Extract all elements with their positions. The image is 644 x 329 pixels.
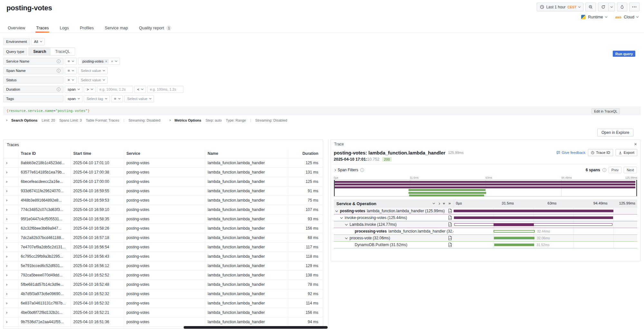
tags-key-select[interactable]: Select tag (84, 95, 110, 102)
collapse-all-icon[interactable] (443, 203, 445, 204)
column-header-trace-id[interactable]: Trace ID (18, 149, 71, 158)
trace-id-link[interactable]: 2dff71f6a268efe39613f... (18, 326, 71, 329)
close-icon[interactable]: × (634, 142, 637, 146)
more-options-button[interactable] (629, 3, 640, 11)
duration-lt-operator[interactable]: < (134, 86, 146, 93)
duration-max-input[interactable] (147, 86, 183, 93)
row-expander-icon[interactable]: › (4, 298, 18, 308)
span-duration-bar[interactable] (454, 210, 613, 212)
table-row[interactable]: ›7e4707ef9a2db5c2d131...2025-04-10 16:56… (4, 242, 323, 252)
row-expander-icon[interactable]: › (4, 214, 18, 224)
runtime-selector[interactable]: Runtime (581, 15, 607, 19)
span-collapse-icon[interactable] (340, 216, 343, 219)
expand-all-icon[interactable] (448, 203, 450, 204)
service-name-operator[interactable]: = (65, 58, 77, 65)
trace-id-link[interactable]: 95f1e0447c4cf505531... (18, 214, 71, 224)
trace-id-link[interactable]: 5e791bcced6c52df831... (18, 261, 71, 270)
span-collapse-icon[interactable] (345, 236, 348, 239)
table-row[interactable]: ›4f48b3e891664892e8...2025-04-10 16:59:5… (4, 195, 323, 205)
time-range-picker[interactable]: Last 1 hour CEST (537, 3, 583, 11)
chevron-right-icon[interactable] (169, 119, 171, 121)
next-span-button[interactable]: Next (624, 167, 637, 173)
row-expander-icon[interactable]: › (4, 252, 18, 261)
cloud-selector[interactable]: aws Cloud (615, 15, 638, 19)
tab-logs[interactable]: Logs (59, 23, 69, 33)
trace-id-link[interactable]: 774c34852c07c3d63f3... (18, 205, 71, 214)
span-logs-icon[interactable]: LOG (448, 236, 454, 240)
row-expander-icon[interactable]: › (4, 205, 18, 214)
row-expander-icon[interactable]: › (4, 289, 18, 298)
trace-id-link[interactable]: 7dc2a82b37bcd461188... (18, 233, 71, 242)
span-duration-bar[interactable] (454, 223, 612, 226)
trace-id-link[interactable]: 4be0bd6f72f8d132b2c... (18, 308, 71, 317)
chip-remove-icon[interactable]: × (105, 60, 107, 63)
row-expander-icon[interactable]: › (4, 326, 18, 329)
status-operator[interactable]: = (65, 76, 77, 84)
span-row[interactable]: processing-voteslambda_function.lambda_h… (334, 228, 637, 235)
tags-value-select[interactable]: Select value (124, 95, 154, 102)
run-query-button[interactable]: Run query (613, 51, 635, 57)
row-expander-icon[interactable]: › (4, 233, 18, 242)
edit-in-traceql-button[interactable]: Edit in TraceQL (591, 108, 620, 114)
horizontal-scrollbar[interactable] (184, 326, 328, 329)
row-expander-icon[interactable]: › (4, 317, 18, 326)
tab-quality-report[interactable]: Quality report1 (138, 23, 172, 33)
tab-service-map[interactable]: Service map (104, 23, 129, 33)
duration-gt-operator[interactable]: > (84, 86, 96, 93)
duration-min-input[interactable] (97, 86, 133, 93)
zoom-out-button[interactable] (585, 3, 596, 11)
trace-id-link[interactable]: 4b7d5f3a973c6e09690... (18, 289, 71, 298)
refresh-button[interactable] (598, 3, 609, 11)
duration-scope-select[interactable]: span (65, 86, 82, 93)
trace-minimap[interactable]: 0μs31.5ms63ms94.49ms125.99ms (334, 176, 637, 196)
trace-id-button[interactable]: Trace ID (588, 149, 613, 156)
span-duration-bar[interactable] (494, 230, 535, 233)
open-in-explore-button[interactable]: Open in Explore (597, 129, 633, 136)
clear-icon[interactable]: × (111, 60, 113, 63)
query-type-traceql[interactable]: TraceQL (51, 48, 74, 55)
row-expander-icon[interactable]: › (4, 308, 18, 317)
tab-traces[interactable]: Traces (35, 23, 49, 33)
table-row[interactable]: ›9b7536d71e2aa441f55...2025-04-10 16:51:… (4, 317, 323, 326)
trace-id-link[interactable]: 63577e614185b1ea79b... (18, 167, 71, 177)
service-name-value[interactable]: posting-votes × × (78, 58, 120, 65)
table-row[interactable]: ›792ca5beee070d49dd...2025-04-10 16:52:5… (4, 270, 323, 280)
table-row[interactable]: ›62c32f6bee3b69a947...2025-04-10 16:58:2… (4, 224, 323, 233)
column-header-start-time[interactable]: Start time (71, 149, 124, 158)
row-expander-icon[interactable]: › (4, 158, 18, 167)
chevron-right-icon[interactable] (5, 119, 7, 121)
table-row[interactable]: ›6c795cc29fb9a3b2295...2025-04-10 16:56:… (4, 252, 323, 261)
prev-span-button[interactable]: Prev (609, 167, 622, 173)
row-expander-icon[interactable]: › (4, 242, 18, 252)
span-logs-icon[interactable]: LOG (448, 209, 454, 213)
span-logs-icon[interactable]: LOG (448, 215, 454, 220)
table-row[interactable]: ›6becefeacdeecc2a16e...2025-04-10 17:00:… (4, 177, 323, 186)
table-row[interactable]: ›8abbb3e218b1c4523dd...2025-04-10 17:01:… (4, 158, 323, 167)
span-row[interactable]: Lambda.Invoke (124.77ms)LOG (334, 221, 637, 228)
trace-id-link[interactable]: 6becefeacdeecc2a16e... (18, 177, 71, 186)
row-expander-icon[interactable]: › (4, 270, 18, 280)
status-value[interactable]: Select value (78, 76, 108, 84)
trace-id-link[interactable]: 4f48b3e891664892e8... (18, 195, 71, 205)
trace-id-link[interactable]: 5fbe681dd57b14c3d9e... (18, 280, 71, 289)
row-expander-icon[interactable]: › (4, 167, 18, 177)
trace-id-link[interactable]: 6c795cc29fb9a3b2295... (18, 252, 71, 261)
minimap-left-handle[interactable] (334, 180, 335, 196)
table-row[interactable]: ›7dc2a82b37bcd461188...2025-04-10 16:57:… (4, 233, 323, 242)
row-expander-icon[interactable]: › (4, 224, 18, 233)
column-header-service[interactable]: Service (124, 149, 205, 158)
metrics-options-title[interactable]: Metrics Options (175, 118, 201, 122)
trace-id-link[interactable]: 62c32f6bee3b69a947... (18, 224, 71, 233)
span-collapse-icon[interactable] (335, 209, 338, 212)
column-header-duration[interactable]: Duration (288, 149, 323, 158)
table-row[interactable]: ›933d67411fe29624070...2025-04-10 16:59:… (4, 186, 323, 195)
row-expander-icon[interactable]: › (4, 261, 18, 270)
trace-id-link[interactable]: 8abbb3e218b1c4523dd... (18, 158, 71, 167)
table-row[interactable]: ›6e837a04613131c7f87b...2025-04-10 16:52… (4, 298, 323, 308)
span-collapse-icon[interactable] (345, 223, 348, 225)
table-row[interactable]: ›774c34852c07c3d63f3...2025-04-10 16:59:… (4, 205, 323, 214)
row-expander-icon[interactable]: › (4, 195, 18, 205)
row-expander-icon[interactable]: › (4, 280, 18, 289)
search-options-title[interactable]: Search Options (11, 118, 37, 122)
expand-one-icon[interactable] (438, 203, 440, 204)
